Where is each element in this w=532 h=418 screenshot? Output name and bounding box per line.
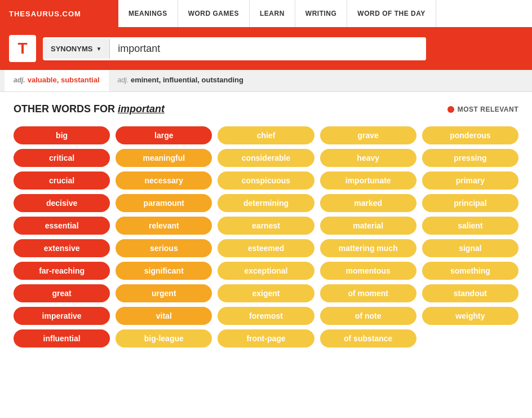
- search-input[interactable]: [110, 37, 426, 60]
- word-pill[interactable]: something: [422, 262, 518, 280]
- nav-item-writing[interactable]: WRITING: [295, 0, 348, 27]
- relevance-legend: MOST RELEVANT: [447, 105, 518, 113]
- word-pill[interactable]: signal: [422, 239, 518, 257]
- word-pill[interactable]: front-page: [218, 329, 314, 347]
- word-pill[interactable]: esteemed: [218, 239, 314, 257]
- word-pill[interactable]: primary: [422, 171, 518, 190]
- word-pill[interactable]: meaningful: [116, 149, 212, 167]
- word-pill[interactable]: urgent: [116, 284, 212, 302]
- word-pill[interactable]: big: [14, 126, 110, 144]
- tab-bar: adj.valuable, substantialadj.eminent, in…: [0, 70, 532, 92]
- synonyms-dropdown[interactable]: SYNONYMS ▼: [43, 39, 110, 59]
- synonyms-label: SYNONYMS: [51, 45, 92, 53]
- word-pill[interactable]: necessary: [116, 171, 212, 190]
- word-pill[interactable]: influential: [14, 329, 110, 347]
- logo-area: THESAURUS.COM: [0, 10, 118, 18]
- word-pill[interactable]: principal: [422, 194, 518, 212]
- word-col-2: chiefconsiderableconspicuousdetermininge…: [218, 126, 314, 347]
- word-pill[interactable]: crucial: [14, 171, 110, 190]
- word-col-3: graveheavyimportunatemarkedmaterialmatte…: [320, 126, 416, 347]
- word-pill[interactable]: vital: [116, 307, 212, 325]
- main-nav: MEANINGSWORD GAMESLEARNWRITINGWORD OF TH…: [118, 0, 532, 27]
- word-pill[interactable]: ponderous: [422, 126, 518, 144]
- word-pill[interactable]: great: [14, 284, 110, 302]
- tab-words-1: eminent, influential, outstanding: [131, 76, 243, 84]
- nav-item-meanings[interactable]: MEANINGS: [118, 0, 178, 27]
- word-pill[interactable]: exigent: [218, 284, 314, 302]
- word-pill[interactable]: big-league: [116, 329, 212, 347]
- word-grid: bigcriticalcrucialdecisiveessentialexten…: [14, 126, 518, 347]
- word-pill[interactable]: salient: [422, 217, 518, 235]
- word-pill[interactable]: earnest: [218, 217, 314, 235]
- word-col-1: largemeaningfulnecessaryparamountrelevan…: [116, 126, 212, 347]
- nav-item-learn[interactable]: LEARN: [250, 0, 295, 27]
- word-pill[interactable]: weighty: [422, 307, 518, 325]
- nav-item-word-of-the-day[interactable]: WORD OF THE DAY: [347, 0, 436, 27]
- word-pill[interactable]: of moment: [320, 284, 416, 302]
- word-pill[interactable]: essential: [14, 217, 110, 235]
- main-content: OTHER WORDS FOR important MOST RELEVANT …: [0, 92, 532, 359]
- site-logo[interactable]: THESAURUS.COM: [9, 10, 81, 18]
- word-pill[interactable]: heavy: [320, 149, 416, 167]
- word-pill[interactable]: determining: [218, 194, 314, 212]
- word-pill[interactable]: foremost: [218, 307, 314, 325]
- word-pill[interactable]: chief: [218, 126, 314, 144]
- word-pill[interactable]: considerable: [218, 149, 314, 167]
- word-pill[interactable]: extensive: [14, 239, 110, 257]
- word-pill[interactable]: pressing: [422, 149, 518, 167]
- word-col-0: bigcriticalcrucialdecisiveessentialexten…: [14, 126, 110, 347]
- word-pill[interactable]: importunate: [320, 171, 416, 190]
- nav-item-word-games[interactable]: WORD GAMES: [178, 0, 250, 27]
- search-bar: T SYNONYMS ▼: [0, 27, 532, 70]
- word-pill[interactable]: exceptional: [218, 262, 314, 280]
- tab-adj-0: adj.: [14, 76, 25, 84]
- word-pill[interactable]: of substance: [320, 329, 416, 347]
- word-pill[interactable]: of note: [320, 307, 416, 325]
- word-pill[interactable]: marked: [320, 194, 416, 212]
- search-box: SYNONYMS ▼: [43, 37, 426, 60]
- word-pill[interactable]: critical: [14, 149, 110, 167]
- word-pill[interactable]: momentous: [320, 262, 416, 280]
- tab-adj-1: adj.: [118, 76, 128, 84]
- word-col-4: ponderouspressingprimaryprincipalsalient…: [422, 126, 518, 325]
- tab-1[interactable]: adj.eminent, influential, outstanding: [109, 70, 252, 91]
- header: THESAURUS.COM MEANINGSWORD GAMESLEARNWRI…: [0, 0, 532, 27]
- word-pill[interactable]: conspicuous: [218, 171, 314, 190]
- word-pill[interactable]: large: [116, 126, 212, 144]
- word-pill[interactable]: grave: [320, 126, 416, 144]
- word-pill[interactable]: imperative: [14, 307, 110, 325]
- word-pill[interactable]: paramount: [116, 194, 212, 212]
- word-pill[interactable]: serious: [116, 239, 212, 257]
- relevance-label: MOST RELEVANT: [458, 105, 518, 113]
- section-title-prefix: OTHER WORDS FOR: [14, 103, 118, 115]
- section-header: OTHER WORDS FOR important MOST RELEVANT: [14, 103, 518, 115]
- word-pill[interactable]: far-reaching: [14, 262, 110, 280]
- word-pill[interactable]: significant: [116, 262, 212, 280]
- word-pill[interactable]: material: [320, 217, 416, 235]
- tab-0[interactable]: adj.valuable, substantial: [5, 70, 109, 91]
- tab-words-0: valuable, substantial: [28, 76, 100, 84]
- word-pill[interactable]: mattering much: [320, 239, 416, 257]
- section-title: OTHER WORDS FOR important: [14, 103, 165, 115]
- word-pill[interactable]: relevant: [116, 217, 212, 235]
- thesaurus-logo-icon: T: [9, 35, 36, 62]
- chevron-down-icon: ▼: [96, 46, 101, 52]
- word-pill[interactable]: standout: [422, 284, 518, 302]
- word-pill[interactable]: decisive: [14, 194, 110, 212]
- section-title-word: important: [118, 103, 165, 115]
- most-relevant-dot: [447, 106, 454, 113]
